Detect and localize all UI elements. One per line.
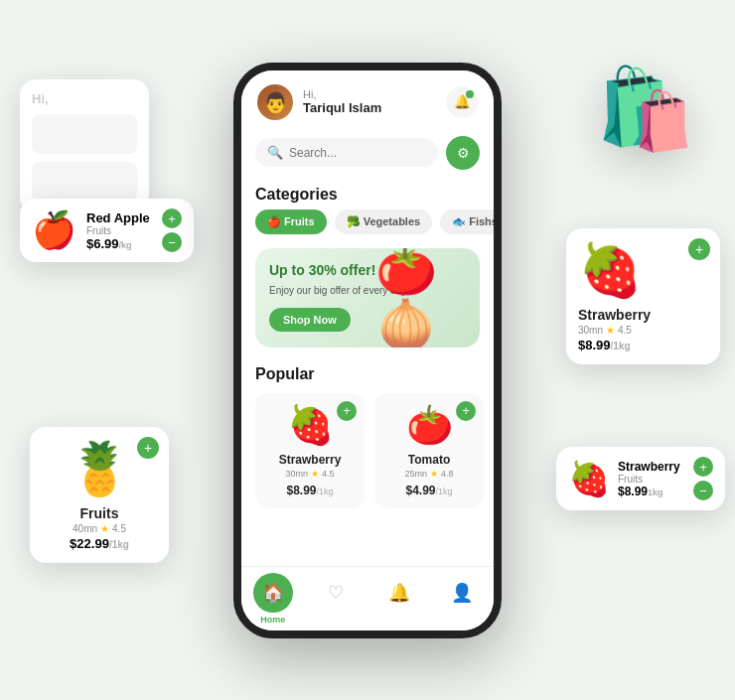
strawberry-large-name: Strawberry <box>578 307 651 323</box>
banner-vegetable-image: 🥦🍅🧅🫑 <box>375 248 480 348</box>
nav-profile[interactable]: 👤 <box>442 573 482 613</box>
red-apple-qty-controls: + − <box>162 209 182 252</box>
minus-icon[interactable]: − <box>162 232 182 252</box>
user-info: 👨 Hi, Tariqul Islam <box>257 84 381 120</box>
user-icon-wrap: 👤 <box>442 573 482 613</box>
red-apple-category: Fruits <box>86 225 150 236</box>
strawberry-add-icon[interactable]: + <box>693 457 713 477</box>
strawberry-large-meta: 30mn ★ 4.5 <box>578 325 632 336</box>
strawberry-small-info: Strawberry Fruits $8.991kg <box>618 460 680 498</box>
notification-dot <box>466 90 474 98</box>
red-apple-card: 🍎 Red Apple Fruits $6.99/kg + − <box>20 199 194 262</box>
avatar: 👨 <box>257 84 293 120</box>
bell-nav-icon-wrap: 🔔 <box>379 573 419 613</box>
phone-frame: 👨 Hi, Tariqul Islam 🔔 🔍 ⚙ Ca <box>233 63 502 638</box>
strawberry-large-add-btn[interactable]: + <box>688 238 710 260</box>
search-input[interactable] <box>289 146 426 160</box>
nav-favorites[interactable]: ♡ <box>316 573 356 613</box>
filter-button[interactable]: ⚙ <box>446 136 480 170</box>
promo-banner: Up to 30% offer! Enjoy our big offer of … <box>255 248 480 348</box>
home-icon-wrap: 🏠 <box>253 573 293 613</box>
strawberry-product-price: $8.99/1kg <box>286 481 333 498</box>
notification-button[interactable]: 🔔 <box>446 86 478 118</box>
user-name: Tariqul Islam <box>303 100 381 115</box>
avatar-face: 👨 <box>263 90 288 114</box>
tomato-add-btn[interactable]: + <box>456 401 476 421</box>
search-bar: 🔍 ⚙ <box>255 136 480 170</box>
red-apple-info: Red Apple Fruits $6.99/kg <box>86 210 150 251</box>
strawberry-small-name: Strawberry <box>618 460 680 474</box>
left-text-card: Hi, <box>20 79 149 213</box>
fruits-name: Fruits <box>80 505 119 521</box>
strawberry-large-emoji: 🍓 <box>578 240 643 301</box>
fruits-card: + 🍍 Fruits 40mn ★ 4.5 $22.99/1kg <box>30 427 169 563</box>
home-label: Home <box>260 615 285 625</box>
shop-now-button[interactable]: Shop Now <box>269 308 351 332</box>
user-icon: 👤 <box>451 582 473 604</box>
tomato-product-meta: 25mn ★ 4.8 <box>404 469 453 479</box>
red-apple-emoji: 🍎 <box>32 210 76 251</box>
red-apple-price: $6.99/kg <box>86 236 150 251</box>
strawberry-small-price: $8.991kg <box>618 485 680 498</box>
red-apple-name: Red Apple <box>86 210 150 225</box>
tomato-product-price: $4.99/1kg <box>405 481 452 498</box>
product-card-strawberry: + 🍓 Strawberry 30mn ★ 4.5 $8.99/1kg <box>255 393 365 508</box>
strawberry-product-meta: 30mn ★ 4.5 <box>285 469 334 479</box>
strawberry-large-price: $8.99/1kg <box>578 338 631 352</box>
grocery-bag-image: 🛍️ <box>566 20 725 199</box>
strawberry-minus-icon[interactable]: − <box>693 481 713 500</box>
phone-screen: 👨 Hi, Tariqul Islam 🔔 🔍 ⚙ Ca <box>241 70 494 630</box>
filter-icon: ⚙ <box>457 145 470 161</box>
category-fishs[interactable]: 🐟 Fishs <box>440 210 494 234</box>
greeting-hi: Hi, <box>303 88 381 100</box>
strawberry-large-card: + 🍓 Strawberry 30mn ★ 4.5 $8.99/1kg <box>566 228 720 364</box>
home-icon: 🏠 <box>262 582 284 604</box>
box-placeholder-2 <box>32 162 137 202</box>
fruits-add-btn[interactable]: + <box>137 437 159 459</box>
app-header: 👨 Hi, Tariqul Islam 🔔 <box>241 70 494 128</box>
strawberry-product-emoji: 🍓 <box>287 403 334 447</box>
strawberry-small-card: 🍓 Strawberry Fruits $8.991kg + − <box>556 447 725 510</box>
categories-title: Categories <box>241 178 494 210</box>
bottom-navigation: 🏠 Home ♡ 🔔 👤 <box>241 566 494 630</box>
bell-nav-icon: 🔔 <box>388 582 410 604</box>
search-icon: 🔍 <box>267 145 283 160</box>
popular-products-list: + 🍓 Strawberry 30mn ★ 4.5 $8.99/1kg + 🍅 … <box>241 389 494 588</box>
strawberry-small-controls: + − <box>693 457 713 500</box>
text-placeholder-label: Hi, <box>32 91 137 106</box>
add-icon[interactable]: + <box>162 209 182 228</box>
tomato-product-name: Tomato <box>408 453 450 467</box>
strawberry-product-name: Strawberry <box>279 453 342 467</box>
heart-icon-wrap: ♡ <box>316 573 356 613</box>
product-card-tomato: + 🍅 Tomato 25mn ★ 4.8 $4.99/1kg <box>374 393 484 508</box>
greeting: Hi, Tariqul Islam <box>303 88 381 115</box>
category-fruits[interactable]: 🍎 Fruits <box>255 210 327 234</box>
search-input-wrap[interactable]: 🔍 <box>255 138 438 167</box>
heart-icon: ♡ <box>328 582 344 604</box>
fruits-emoji: 🍍 <box>68 439 132 499</box>
category-vegetables[interactable]: 🥦 Vegetables <box>335 210 433 234</box>
fruits-meta: 40mn ★ 4.5 <box>73 523 126 534</box>
tomato-product-emoji: 🍅 <box>406 403 453 447</box>
box-placeholder-1 <box>32 114 137 154</box>
nav-alerts[interactable]: 🔔 <box>379 573 419 613</box>
strawberry-small-category: Fruits <box>618 474 680 485</box>
popular-title: Popular <box>241 357 494 389</box>
fruits-price: $22.99/1kg <box>70 536 129 551</box>
strawberry-small-emoji: 🍓 <box>568 459 610 498</box>
categories-list: 🍎 Fruits 🥦 Vegetables 🐟 Fishs 🍞 Bread <box>241 210 494 244</box>
nav-home[interactable]: 🏠 Home <box>253 573 293 625</box>
strawberry-add-btn[interactable]: + <box>337 401 357 421</box>
